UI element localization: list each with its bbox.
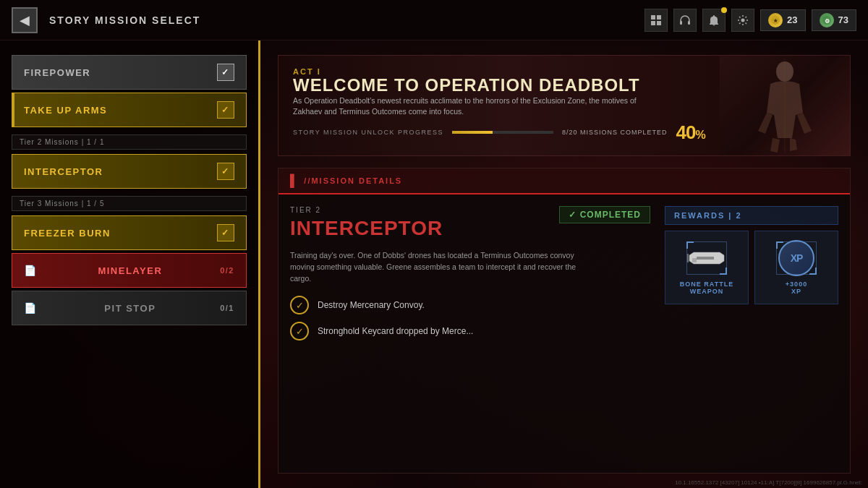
tier2-label: Tier 2 Missions | 1 / 1: [12, 134, 247, 150]
details-top-row: TIER 2 INTERCEPTOR ✓ COMPLETED: [290, 206, 650, 247]
progress-area: STORY MISSION UNLOCK PROGRESS 8/20 MISSI…: [293, 121, 705, 144]
objectives-list: ✓ Destroy Mercenary Convoy. ✓ Stronghold…: [290, 296, 650, 341]
hero-image: [720, 56, 850, 155]
firepower-check: ✓: [217, 64, 234, 81]
notification-dot: [721, 7, 727, 13]
currency1-value: 23: [787, 14, 797, 25]
interceptor-label: INTERCEPTOR: [24, 166, 103, 177]
sidebar-item-pit-stop[interactable]: 📄 PIT STOP 0/1: [12, 291, 247, 325]
back-button[interactable]: ◀: [12, 7, 38, 33]
hero-title: WELCOME TO OPERATION DEADBOLT: [293, 76, 705, 95]
tier-tag: TIER 2: [290, 206, 443, 214]
sidebar-item-take-up-arms[interactable]: TAKE UP ARMS ✓: [12, 93, 247, 127]
mission-story: Training day's over. One of Dobbs' drone…: [290, 250, 594, 284]
rewards-header: REWARDS | 2: [665, 206, 838, 225]
svg-text:⚙: ⚙: [824, 17, 829, 24]
footer-debug: 10.1.16552.1372 [43207] 10124 •11:A] T[7…: [669, 477, 868, 488]
freezer-burn-check: ✓: [217, 224, 234, 241]
sidebar-item-firepower[interactable]: FIREPOWER ✓: [12, 55, 247, 90]
objective-text-2: Stronghold Keycard dropped by Merce...: [318, 326, 473, 336]
mission-title-area: TIER 2 INTERCEPTOR: [290, 206, 443, 247]
hero-image-placeholder: [720, 56, 850, 155]
weapon-reward-icon: [685, 240, 728, 276]
take-up-arms-label: TAKE UP ARMS: [24, 105, 107, 116]
tier3-label: Tier 3 Missions | 1 / 5: [12, 196, 247, 211]
svg-text:★: ★: [773, 18, 778, 23]
currency2-badge[interactable]: ⚙ 73: [812, 9, 856, 31]
notification-icon[interactable]: [702, 9, 726, 32]
percent-sym: %: [696, 129, 705, 141]
xp-reward-icon: XP: [775, 240, 818, 276]
svg-rect-2: [651, 21, 655, 25]
objective-check-1: ✓: [290, 296, 309, 314]
svg-rect-0: [651, 15, 655, 20]
sidebar-item-interceptor[interactable]: INTERCEPTOR ✓: [12, 154, 247, 189]
sidebar-item-freezer-burn[interactable]: FREEZER BURN ✓: [12, 215, 247, 250]
corner-bracket: [686, 241, 727, 275]
progress-bar: [452, 131, 553, 134]
details-header-label: //MISSION DETAILS: [304, 176, 402, 185]
reward-card-weapon: BONE RATTLEWEAPON: [665, 231, 749, 304]
back-icon: ◀: [20, 12, 30, 28]
minelayer-label: MINELAYER: [98, 265, 162, 276]
progress-label: STORY MISSION UNLOCK PROGRESS: [293, 129, 443, 136]
missions-count: 8/20 MISSIONS COMPLETED: [562, 129, 668, 136]
details-header: ▌ //MISSION DETAILS: [278, 168, 850, 194]
currency1-icon: ★: [768, 13, 783, 27]
currency2-value: 73: [838, 14, 848, 25]
headset-icon[interactable]: [673, 9, 697, 32]
document-icon: 📄: [24, 265, 38, 276]
pit-stop-progress: 0/1: [220, 304, 234, 312]
sidebar: FIREPOWER ✓ TAKE UP ARMS ✓ Tier 2 Missio…: [0, 40, 260, 488]
interceptor-check: ✓: [217, 163, 234, 180]
objective-row-2: ✓ Stronghold Keycard dropped by Merce...: [290, 322, 650, 341]
sidebar-item-minelayer[interactable]: 📄 MINELAYER 0/2: [12, 253, 247, 288]
svg-rect-5: [688, 21, 690, 25]
svg-point-6: [741, 18, 745, 22]
svg-rect-4: [680, 21, 682, 25]
topbar-icons: ★ 23 ⚙ 73: [644, 9, 856, 32]
grid-icon[interactable]: [644, 9, 668, 32]
svg-rect-3: [657, 21, 661, 25]
reward-card-xp: XP +3000XP: [754, 231, 838, 304]
hero-description: As Operation Deadbolt's newest recruits …: [293, 95, 655, 116]
completed-badge: ✓ COMPLETED: [559, 206, 650, 223]
mission-name-large: INTERCEPTOR: [290, 217, 443, 240]
pit-stop-label: PIT STOP: [104, 303, 156, 314]
take-up-arms-check: ✓: [217, 101, 234, 119]
xp-reward-name: +3000XP: [786, 281, 807, 295]
rewards-panel: REWARDS | 2: [665, 206, 838, 341]
objective-check-2: ✓: [290, 322, 309, 341]
hero-text: ACT I WELCOME TO OPERATION DEADBOLT As O…: [278, 56, 720, 155]
details-slash: ▌: [290, 174, 298, 187]
freezer-burn-label: FREEZER BURN: [24, 228, 111, 239]
details-left: TIER 2 INTERCEPTOR ✓ COMPLETED Training …: [290, 206, 650, 341]
firepower-label: FIREPOWER: [24, 67, 90, 78]
weapon-reward-name: BONE RATTLEWEAPON: [680, 281, 733, 295]
content-area: ACT I WELCOME TO OPERATION DEADBOLT As O…: [260, 40, 868, 488]
rewards-grid: BONE RATTLEWEAPON XP +3000XP: [665, 231, 838, 304]
minelayer-progress: 0/2: [220, 266, 234, 275]
progress-bar-fill: [452, 131, 493, 134]
mission-details-panel: ▌ //MISSION DETAILS TIER 2 INTERCEPTOR ✓…: [278, 168, 851, 474]
hero-banner: ACT I WELCOME TO OPERATION DEADBOLT As O…: [278, 55, 851, 156]
percent-display: 40%: [676, 121, 705, 144]
objective-text-1: Destroy Mercenary Convoy.: [318, 300, 425, 310]
corner-bracket-2: [776, 241, 817, 275]
objective-row-1: ✓ Destroy Mercenary Convoy.: [290, 296, 650, 314]
details-body: TIER 2 INTERCEPTOR ✓ COMPLETED Training …: [278, 194, 850, 352]
page-title: STORY MISSION SELECT: [49, 14, 644, 26]
currency2-icon: ⚙: [820, 13, 834, 27]
svg-rect-1: [657, 15, 661, 20]
currency1-badge[interactable]: ★ 23: [760, 9, 805, 31]
settings-icon[interactable]: [731, 9, 754, 32]
document-icon2: 📄: [24, 302, 38, 314]
active-indicator: [12, 93, 14, 127]
main-layout: FIREPOWER ✓ TAKE UP ARMS ✓ Tier 2 Missio…: [0, 40, 868, 488]
debug-text: 10.1.16552.1372 [43207] 10124 •11:A] T[7…: [675, 479, 862, 486]
topbar: ◀ STORY MISSION SELECT: [0, 0, 868, 40]
